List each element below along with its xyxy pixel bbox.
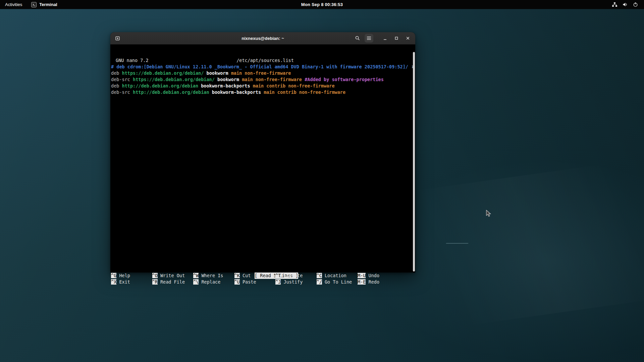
wallpaper-sheen — [377, 154, 644, 335]
nano-line-segment: main non-free-firmware — [228, 70, 291, 76]
nano-file-path: /etc/apt/sources.list — [236, 57, 294, 64]
nano-shortcut: ^U Paste — [234, 279, 276, 285]
nano-line-segment: bookworm — [217, 76, 239, 83]
system-status-area[interactable] — [606, 0, 644, 9]
shortcut-label: Justify — [281, 279, 303, 285]
nano-line: # deb cdrom:[Debian GNU/Linux 12.11.0 _B… — [111, 64, 415, 70]
shortcut-label: Read File — [158, 279, 185, 285]
shortcut-label: Exit — [116, 279, 130, 285]
shortcut-key: ^R — [152, 279, 158, 285]
nano-shortcut: ^G Help — [111, 273, 152, 279]
window-title: nixnexus@debian: ~ — [241, 36, 284, 41]
focused-app-button[interactable]: Terminal — [27, 0, 61, 9]
shortcut-key: ^X — [111, 279, 116, 285]
nano-line-segment: deb-src — [111, 89, 133, 96]
activities-label: Activities — [5, 2, 22, 7]
maximize-icon — [394, 36, 399, 41]
nano-line-segment: #Added by software-properties — [305, 76, 384, 83]
window-titlebar[interactable]: nixnexus@debian: ~ — [110, 32, 415, 45]
nano-line: deb-src http://deb.debian.org/debian boo… — [111, 89, 415, 96]
nano-shortcut: ^C Location — [317, 273, 358, 279]
new-tab-button[interactable] — [113, 34, 122, 43]
gnome-top-bar: Activities Terminal Mon Sep 8 00:36:53 — [0, 0, 644, 9]
nano-line-segment — [215, 76, 217, 83]
nano-shortcut: ^\ Replace — [193, 279, 234, 285]
nano-line-segment: # deb cdrom:[Debian GNU/Linux 12.11.0 _B… — [111, 64, 408, 70]
close-button[interactable] — [404, 34, 412, 43]
nano-shortcut: ^/ Go To Line — [317, 279, 358, 285]
terminal-content[interactable]: GNU nano 7.2 /etc/apt/sources.list # deb… — [110, 45, 415, 273]
shortcut-label: Paste — [240, 279, 256, 285]
nano-line-segment: http://deb.debian.org/debian — [133, 89, 209, 96]
search-icon — [355, 36, 360, 41]
nano-buffer[interactable]: # deb cdrom:[Debian GNU/Linux 12.11.0 _B… — [111, 64, 415, 266]
minimize-icon — [383, 36, 387, 41]
nano-shortcut: ^O Write Out — [152, 273, 194, 279]
shortcut-key: ^W — [193, 273, 199, 278]
shortcut-key: ^U — [234, 279, 240, 285]
nano-shortcut: M-U Undo — [358, 273, 399, 279]
nano-line-segment: http://deb.debian.org/debian — [122, 83, 199, 89]
nano-shortcut-row-1: ^G Help^O Write Out^W Where Is^K Cut^T E… — [111, 273, 415, 279]
hamburger-icon — [367, 36, 371, 40]
power-icon — [633, 2, 638, 7]
nano-line-segment: bookworm — [207, 70, 228, 76]
nano-line-segment — [198, 83, 201, 89]
nano-line-segment: deb — [111, 70, 122, 76]
focused-app-label: Terminal — [39, 2, 57, 7]
shortcut-key: ^K — [234, 273, 240, 278]
nano-shortcut: ^R Read File — [152, 279, 194, 285]
shortcut-label: Cut — [240, 273, 251, 278]
nano-line-segment — [204, 70, 206, 76]
wallpaper-streak — [446, 243, 468, 244]
nano-line-segment: main non-free-firmware — [239, 76, 305, 83]
volume-icon — [623, 2, 628, 7]
shortcut-label: Go To Line — [322, 279, 352, 285]
nano-line-segment — [209, 89, 212, 96]
nano-shortcut: ^T Execute — [275, 273, 317, 279]
terminal-window: nixnexus@debian: ~ — [110, 32, 415, 273]
activities-button[interactable]: Activities — [0, 0, 27, 9]
shortcut-key: ^C — [317, 273, 322, 278]
menu-button[interactable] — [365, 34, 373, 43]
shortcut-label: Replace — [199, 279, 220, 285]
shortcut-key: ^O — [152, 273, 158, 278]
nano-line: deb-src https://deb.debian.org/debian/ b… — [111, 76, 415, 83]
shortcut-key: ^T — [275, 273, 281, 278]
clock[interactable]: Mon Sep 8 00:36:53 — [301, 2, 343, 7]
terminal-scrollbar[interactable] — [413, 52, 415, 272]
nano-line-segment: https://deb.debian.org/debian/ — [122, 70, 204, 76]
nano-line-segment: https://deb.debian.org/debian/ — [133, 76, 215, 83]
nano-line-segment: bookworm-backports — [201, 83, 250, 89]
minimize-button[interactable] — [381, 34, 389, 43]
mouse-cursor — [486, 210, 492, 218]
terminal-app-icon — [31, 2, 37, 7]
close-icon — [406, 36, 410, 41]
nano-status-row: [ Read 5 lines ] — [111, 266, 415, 273]
shortcut-key: M-U — [358, 273, 366, 278]
nano-line-segment: deb-src — [111, 76, 133, 83]
nano-line: deb https://deb.debian.org/debian/ bookw… — [111, 70, 415, 76]
search-button[interactable] — [353, 34, 362, 43]
nano-title-bar: GNU nano 7.2 /etc/apt/sources.list — [111, 57, 415, 64]
shortcut-key: ^\ — [193, 279, 199, 285]
nano-shortcut-row-2: ^X Exit^R Read File^\ Replace^U Paste^J … — [111, 279, 415, 285]
nano-line-segment: main contrib non-free-firmware — [250, 83, 335, 89]
maximize-button[interactable] — [392, 34, 401, 43]
nano-line-segment: bookworm-backports — [212, 89, 261, 96]
nano-shortcut: ^J Justify — [275, 279, 317, 285]
nano-line-segment: main contrib non-free-firmware — [261, 89, 345, 96]
network-icon — [612, 2, 618, 7]
shortcut-key: ^G — [111, 273, 116, 278]
shortcut-label: Where Is — [199, 273, 223, 278]
shortcut-label: Redo — [366, 279, 379, 285]
nano-shortcut: ^K Cut — [234, 273, 276, 279]
nano-shortcut: ^W Where Is — [193, 273, 234, 279]
nano-line-segment: deb — [111, 83, 122, 89]
shortcut-key: ^/ — [317, 279, 322, 285]
nano-version: GNU nano 7.2 — [111, 57, 236, 64]
shortcut-label: Write Out — [158, 273, 185, 278]
shortcut-label: Execute — [281, 273, 303, 278]
desktop: Activities Terminal Mon Sep 8 00:36:53 — [0, 0, 644, 362]
shortcut-label: Undo — [366, 273, 379, 278]
